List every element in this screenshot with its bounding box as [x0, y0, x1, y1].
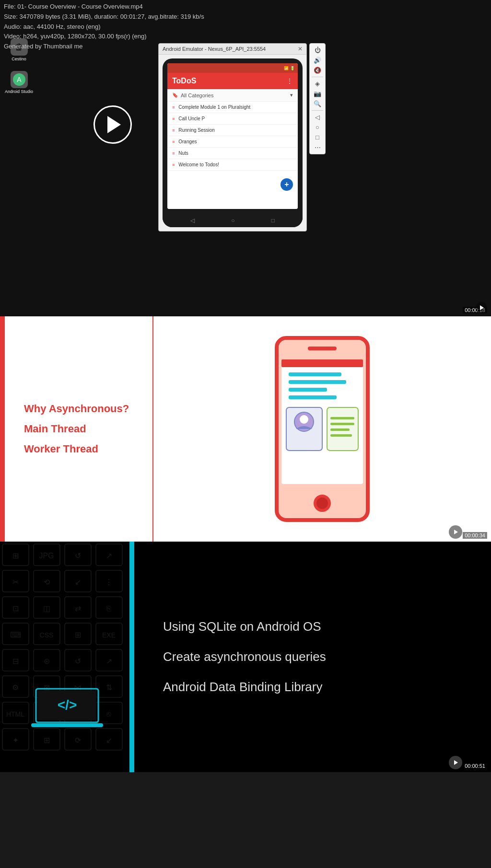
back-icon[interactable]: ◁ — [315, 114, 320, 121]
nav-recent-icon[interactable]: □ — [271, 217, 275, 224]
emulator-side-toolbar: ⏻ 🔊 🔇 ◈ 📷 🔍 ◁ ○ □ ⋯ — [309, 43, 326, 154]
phone-screen: 📶🔋 ToDoS ⋮ 🔖 All Categories ▾ — [167, 63, 298, 209]
svg-text:✦: ✦ — [12, 736, 19, 744]
pip-play-button-1[interactable] — [476, 302, 487, 313]
svg-text:◫: ◫ — [43, 604, 50, 613]
svg-rect-5 — [281, 359, 363, 367]
svg-text:HTML: HTML — [6, 710, 24, 718]
svg-text:⊞: ⊞ — [12, 552, 19, 560]
todo-text-1: Call Uncle P — [178, 116, 205, 121]
slide-left-accent — [0, 316, 5, 542]
emulator-titlebar: Android Emulator - Nexus_6P_API_23:5554 … — [159, 44, 306, 55]
android-studio-icon[interactable]: A Android Studio — [5, 71, 33, 94]
volume-down-icon[interactable]: 🔇 — [314, 67, 321, 74]
svg-rect-87 — [31, 723, 103, 727]
file-info-line3: Audio: aac, 44100 Hz, stereo (eng) — [4, 22, 204, 32]
phone-illustration-svg — [267, 333, 377, 525]
slide-left-content: Why Asynchronous? Main Thread Worker Thr… — [5, 316, 153, 542]
svg-text:⎘: ⎘ — [106, 604, 111, 613]
zoom-icon[interactable]: 🔍 — [314, 100, 321, 107]
todo-text-5: Welcome to Todos! — [178, 162, 219, 167]
slide-item-2: Worker Thread — [24, 443, 133, 455]
todo-icon-5: ≡ — [172, 162, 175, 167]
dark-slide-left: ⊞ JPG ↺ ↗ ✂ ⟲ ↙ ⋮ ⊡ ◫ — [0, 542, 134, 772]
pip-play-triangle-icon-2 — [454, 530, 458, 534]
video-section-1: 🗑 Cestino A Android Studio File: 01- Cou… — [0, 0, 491, 316]
slide-right-content — [153, 316, 491, 542]
emulator-window: Android Emulator - Nexus_6P_API_23:5554 … — [158, 43, 307, 231]
phone-status-bar: 📶🔋 — [167, 63, 298, 73]
app-menu-icon[interactable]: ⋮ — [286, 77, 293, 85]
svg-rect-8 — [289, 388, 327, 392]
svg-text:CSS: CSS — [40, 631, 54, 639]
category-label: All Categories — [181, 93, 213, 98]
pip-play-button-3[interactable] — [449, 756, 462, 769]
app-toolbar: ToDoS ⋮ — [167, 73, 298, 89]
svg-text:↗: ↗ — [106, 657, 112, 665]
timestamp-2: 00:00:34 — [463, 532, 487, 539]
rotate-icon[interactable]: ◈ — [315, 80, 320, 87]
android-studio-label: Android Studio — [5, 89, 33, 94]
category-arrow-icon: ▾ — [290, 92, 293, 98]
svg-text:↙: ↙ — [106, 736, 112, 744]
phone-body: 📶🔋 ToDoS ⋮ 🔖 All Categories ▾ — [163, 58, 303, 227]
play-button[interactable] — [94, 105, 132, 144]
home-icon[interactable]: ○ — [316, 124, 319, 131]
tech-pattern-svg: ⊞ JPG ↺ ↗ ✂ ⟲ ↙ ⋮ ⊡ ◫ — [0, 542, 134, 772]
phone-nav-bar: ◁ ○ □ — [163, 214, 303, 227]
side-toolbar-divider2 — [312, 110, 323, 111]
nav-home-icon[interactable]: ○ — [231, 217, 234, 224]
svg-text:⋮: ⋮ — [105, 578, 113, 586]
android-studio-icon-img: A — [11, 71, 28, 88]
todo-item-5[interactable]: ≡ Welcome to Todos! — [167, 159, 298, 171]
volume-up-icon[interactable]: 🔊 — [314, 57, 321, 64]
todo-item-3[interactable]: ≡ Oranges — [167, 136, 298, 148]
svg-rect-14 — [330, 417, 354, 419]
fab-button[interactable]: + — [281, 178, 293, 191]
svg-text:↗: ↗ — [106, 552, 112, 560]
todo-item-1[interactable]: ≡ Call Uncle P — [167, 113, 298, 125]
slide-item-0: Why Asynchronous? — [24, 403, 133, 415]
slide-item-1: Main Thread — [24, 423, 133, 435]
svg-text:EXE: EXE — [102, 631, 116, 639]
status-icons: 📶🔋 — [284, 66, 295, 70]
todo-icon-1: ≡ — [172, 116, 175, 121]
pip-play-button-2[interactable] — [449, 525, 462, 539]
svg-text:↺: ↺ — [75, 552, 81, 560]
power-icon[interactable]: ⏻ — [315, 46, 321, 54]
svg-text:↺: ↺ — [75, 657, 81, 665]
cestino-label: Cestino — [12, 57, 26, 61]
svg-rect-16 — [330, 428, 350, 431]
laptop-svg: </> — [31, 686, 103, 732]
nav-back-icon[interactable]: ◁ — [190, 217, 195, 224]
svg-text:✂: ✂ — [12, 578, 19, 586]
todo-item-2[interactable]: ≡ Running Session — [167, 125, 298, 136]
todo-text-0: Complete Module 1 on Pluralsight — [178, 104, 250, 110]
todo-item-4[interactable]: ≡ Nuts — [167, 148, 298, 159]
todo-item-0[interactable]: ≡ Complete Module 1 on Pluralsight — [167, 102, 298, 113]
pip-play-triangle-icon-1 — [480, 305, 484, 310]
svg-text:⟳: ⟳ — [75, 736, 82, 744]
svg-text:⎋: ⎋ — [106, 710, 111, 718]
emulator-close-button[interactable]: ✕ — [298, 46, 303, 52]
svg-text:↙: ↙ — [75, 578, 81, 586]
todo-text-3: Oranges — [178, 139, 197, 144]
dark-slide-item-0: Using SQLite on Android OS — [163, 619, 462, 634]
svg-text:⊟: ⊟ — [12, 657, 19, 665]
file-info-line1: File: 01- Course Overview - Course Overv… — [4, 2, 204, 12]
svg-text:⟲: ⟲ — [44, 578, 50, 586]
svg-rect-15 — [330, 423, 354, 425]
todo-icon-3: ≡ — [172, 139, 175, 144]
cyan-accent-bar — [129, 542, 134, 772]
todo-text-2: Running Session — [178, 127, 215, 133]
category-row[interactable]: 🔖 All Categories ▾ — [167, 89, 298, 102]
camera-icon[interactable]: 📷 — [314, 90, 321, 97]
play-triangle-icon — [107, 116, 121, 133]
svg-rect-17 — [330, 434, 352, 437]
more-icon[interactable]: ⋯ — [315, 144, 321, 151]
todo-icon-0: ≡ — [172, 105, 175, 110]
pip-play-triangle-icon-3 — [454, 760, 458, 765]
square-icon[interactable]: □ — [316, 134, 319, 141]
todo-list: ≡ Complete Module 1 on Pluralsight ≡ Cal… — [167, 102, 298, 171]
timestamp-3: 00:00:51 — [463, 763, 487, 769]
